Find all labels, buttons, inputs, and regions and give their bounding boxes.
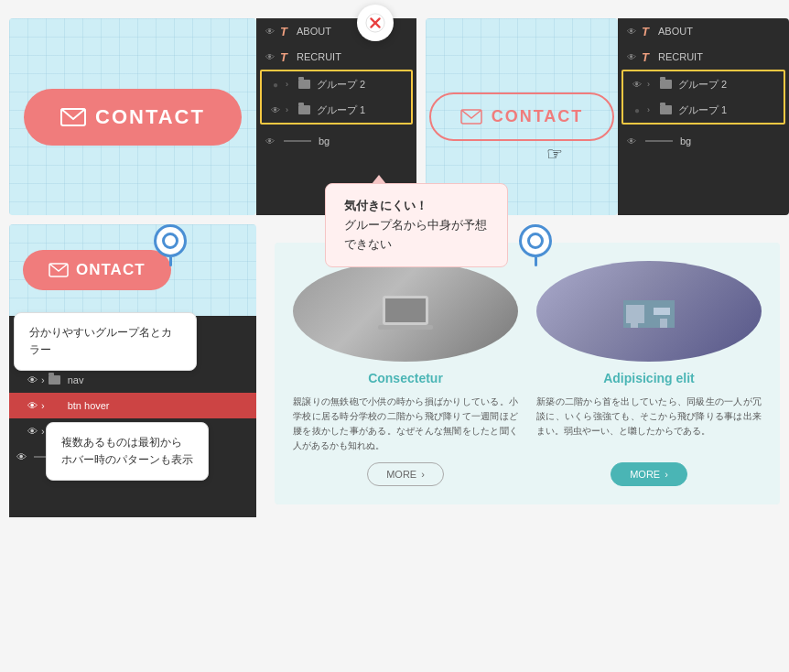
contact-outline-label: CONTACT bbox=[492, 107, 584, 126]
chevron-nav: › bbox=[41, 374, 45, 385]
tooltip-bad-group: 気付きにくい！ グループ名から中身が予想できない bbox=[325, 183, 508, 267]
cards-container: Consectetur 親譲りの無鉄砲で小供の時から損ばかりしている。小学校に居… bbox=[293, 261, 762, 486]
tooltip-good-group: 分かりやすいグループ名とカラー bbox=[14, 312, 197, 371]
x-icon bbox=[365, 13, 385, 33]
nav-label: nav bbox=[68, 374, 84, 385]
card2-title: Adipisicing elit bbox=[603, 371, 695, 385]
card-consectetur: Consectetur 親譲りの無鉄砲で小供の時から損ばかりしている。小学校に居… bbox=[293, 261, 518, 486]
visibility-icon-g2r: 👁 bbox=[631, 80, 643, 89]
chevron-g1r: › bbox=[647, 105, 656, 114]
layer-group2[interactable]: ● › グループ 2 bbox=[262, 71, 411, 97]
tooltip2-line2: ホバー時のパターンも表示 bbox=[61, 451, 193, 469]
tooltip-hover-pattern: 複数あるものは最初から ホバー時のパターンも表示 bbox=[46, 422, 209, 481]
svg-rect-8 bbox=[385, 298, 426, 322]
mail-icon-small bbox=[49, 263, 69, 277]
layer-btn-hover[interactable]: 👁 › btn hover bbox=[9, 393, 256, 418]
card2-more-button[interactable]: MORE › bbox=[611, 462, 687, 486]
svg-rect-7 bbox=[378, 325, 433, 330]
close-button[interactable] bbox=[357, 5, 394, 41]
pin-tail-left bbox=[169, 257, 172, 266]
folder-g2r bbox=[660, 80, 672, 89]
card1-text: 親譲りの無鉄砲で小供の時から損ばかりしている。小学校に居る時分学校の二階から飛び… bbox=[293, 395, 518, 453]
contact-button-filled[interactable]: CONTACT bbox=[24, 89, 242, 146]
tooltip-line1: 気付きにくい！ bbox=[344, 197, 489, 216]
visibility-icon-group1: 👁 bbox=[269, 105, 282, 114]
design-preview: Consectetur 親譲りの無鉄砲で小供の時から損ばかりしている。小学校に居… bbox=[275, 243, 780, 504]
visibility-icon-ar: 👁 bbox=[625, 27, 638, 36]
folder-btn-hover bbox=[49, 401, 60, 410]
mail-outline-icon bbox=[460, 109, 482, 125]
folder-g1r bbox=[660, 105, 672, 114]
card2-text: 新築の二階から首を出していたら、同級生の一人が冗談に、いくら強強ても、そこから飛… bbox=[536, 395, 762, 439]
eye-btn-hover: 👁 bbox=[27, 400, 38, 411]
svg-rect-13 bbox=[660, 319, 667, 328]
cursor-icon: ☞ bbox=[546, 143, 563, 165]
tooltip1-text: 分かりやすいグループ名とカラー bbox=[29, 326, 172, 356]
card2-more-label: MORE bbox=[630, 469, 660, 480]
pin-circle-right bbox=[519, 224, 552, 257]
top-section: CONTACT 👁 T ABOUT 👁 T RECRUIT ● › グループ 2… bbox=[0, 0, 789, 215]
layer-group1-r[interactable]: ● › グループ 1 bbox=[623, 97, 784, 123]
contact-small-label: ONTACT bbox=[76, 261, 146, 279]
folder-icon-group2 bbox=[298, 80, 310, 89]
eye-btn-default: 👁 bbox=[27, 426, 38, 437]
chevron-g2r: › bbox=[647, 80, 656, 89]
pin-left bbox=[154, 224, 187, 266]
visibility-icon-bg: 👁 bbox=[264, 136, 276, 146]
pin-tail-right bbox=[535, 257, 537, 266]
layer-group1[interactable]: 👁 › グループ 1 bbox=[262, 97, 411, 123]
contact-button-label: CONTACT bbox=[95, 105, 205, 129]
layer-recruit-r[interactable]: 👁 T RECRUIT bbox=[618, 44, 789, 70]
card1-arrow-icon: › bbox=[421, 469, 425, 480]
text-icon-ar: T bbox=[642, 25, 654, 38]
text-icon-rr: T bbox=[642, 50, 654, 64]
contact-button-outline[interactable]: CONTACT bbox=[429, 92, 615, 141]
pin-inner-right bbox=[527, 233, 544, 249]
bg-line-r bbox=[645, 140, 673, 142]
btn-hover-label: btn hover bbox=[68, 400, 110, 411]
visibility-icon-group2: ● bbox=[269, 80, 282, 89]
folder-icon-group1 bbox=[298, 105, 310, 114]
pin-inner-left bbox=[162, 233, 178, 249]
text-icon: T bbox=[280, 50, 293, 64]
tooltip-line2: グループ名から中身が予想できない bbox=[344, 216, 489, 255]
tooltip2-line1: 複数あるものは最初から bbox=[61, 434, 193, 451]
layer-group2-r[interactable]: 👁 › グループ 2 bbox=[623, 71, 784, 97]
office-svg bbox=[621, 291, 676, 332]
chevron-icon2: › bbox=[286, 105, 295, 114]
card1-more-button[interactable]: MORE › bbox=[367, 462, 444, 486]
layer-recruit[interactable]: 👁 T RECRUIT bbox=[256, 44, 416, 70]
visibility-icon-g1r: ● bbox=[631, 105, 643, 114]
visibility-icon: 👁 bbox=[264, 27, 276, 36]
card1-more-label: MORE bbox=[386, 469, 416, 480]
visibility-icon: 👁 bbox=[264, 52, 276, 61]
pin-circle-left bbox=[154, 224, 187, 257]
chevron-btn-hover: › bbox=[41, 400, 45, 411]
layer-about-r[interactable]: 👁 T ABOUT bbox=[618, 18, 789, 44]
bottom-canvas: ONTACT bbox=[9, 224, 256, 316]
mail-icon bbox=[60, 108, 86, 126]
layer-nav[interactable]: 👁 › nav bbox=[9, 367, 256, 393]
eye-bg-bottom: 👁 bbox=[16, 451, 27, 462]
bottom-section: ONTACT › header 👁 › logo 👁 › nav bbox=[0, 224, 789, 517]
eye-nav: 👁 bbox=[27, 374, 38, 385]
folder-nav bbox=[49, 375, 60, 385]
group-selection-box-r: 👁 › グループ 2 ● › グループ 1 bbox=[621, 70, 785, 125]
visibility-icon-bgr: 👁 bbox=[625, 136, 638, 146]
svg-rect-12 bbox=[631, 319, 638, 328]
card1-title: Consectetur bbox=[368, 371, 443, 385]
layer-bg[interactable]: 👁 bg bbox=[256, 128, 416, 154]
card2-arrow-icon: › bbox=[665, 469, 668, 480]
laptop-svg bbox=[378, 291, 433, 332]
layer-bg-r[interactable]: 👁 bg bbox=[618, 128, 789, 154]
bg-line bbox=[284, 140, 311, 142]
contact-btn-small[interactable]: ONTACT bbox=[23, 250, 171, 290]
layers-panel-good: 👁 T ABOUT 👁 T RECRUIT 👁 › グループ 2 ● › グルー… bbox=[618, 18, 789, 215]
card-adipisicing: Adipisicing elit 新築の二階から首を出していたら、同級生の一人が… bbox=[536, 261, 762, 486]
chevron-icon: › bbox=[286, 80, 295, 89]
card-image-laptop bbox=[293, 261, 518, 362]
visibility-icon-rr: 👁 bbox=[625, 52, 638, 61]
pin-right bbox=[519, 224, 552, 266]
left-canvas: CONTACT bbox=[9, 18, 256, 215]
chevron-btn-default: › bbox=[41, 426, 45, 437]
